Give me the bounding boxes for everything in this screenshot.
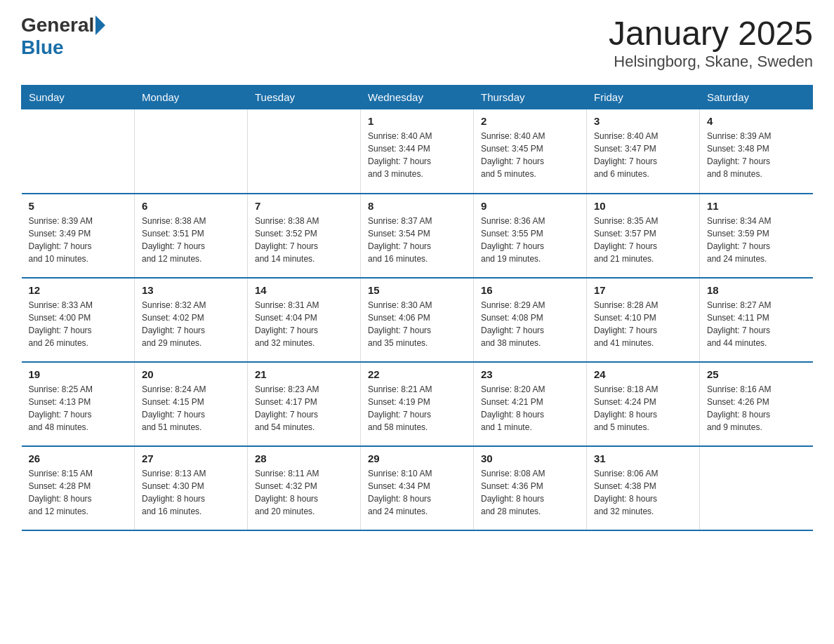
calendar-cell: 23Sunrise: 8:20 AMSunset: 4:21 PMDayligh… <box>474 362 587 446</box>
calendar-cell: 2Sunrise: 8:40 AMSunset: 3:45 PMDaylight… <box>474 109 587 194</box>
day-info: Sunrise: 8:25 AMSunset: 4:13 PMDaylight:… <box>29 383 128 434</box>
calendar-table: SundayMondayTuesdayWednesdayThursdayFrid… <box>21 85 813 531</box>
title-block: January 2025 Helsingborg, Skane, Sweden <box>609 14 813 71</box>
day-number: 14 <box>255 284 353 296</box>
day-info: Sunrise: 8:23 AMSunset: 4:17 PMDaylight:… <box>255 383 353 434</box>
day-info: Sunrise: 8:31 AMSunset: 4:04 PMDaylight:… <box>255 299 353 349</box>
calendar-cell: 6Sunrise: 8:38 AMSunset: 3:51 PMDaylight… <box>135 194 248 278</box>
calendar-cell: 21Sunrise: 8:23 AMSunset: 4:17 PMDayligh… <box>248 362 361 446</box>
calendar-cell: 19Sunrise: 8:25 AMSunset: 4:13 PMDayligh… <box>22 362 135 446</box>
day-info: Sunrise: 8:20 AMSunset: 4:21 PMDaylight:… <box>481 383 579 434</box>
weekday-header-saturday: Saturday <box>700 86 813 109</box>
day-number: 7 <box>255 200 353 212</box>
weekday-header-monday: Monday <box>135 86 248 109</box>
day-number: 3 <box>594 115 692 127</box>
calendar-cell: 12Sunrise: 8:33 AMSunset: 4:00 PMDayligh… <box>22 278 135 362</box>
day-number: 4 <box>707 115 806 127</box>
calendar-cell: 26Sunrise: 8:15 AMSunset: 4:28 PMDayligh… <box>22 446 135 530</box>
day-number: 23 <box>481 368 579 380</box>
calendar-cell: 13Sunrise: 8:32 AMSunset: 4:02 PMDayligh… <box>135 278 248 362</box>
day-number: 30 <box>481 452 579 464</box>
calendar-cell: 3Sunrise: 8:40 AMSunset: 3:47 PMDaylight… <box>587 109 700 194</box>
day-number: 22 <box>368 368 466 380</box>
day-number: 8 <box>368 200 466 212</box>
calendar-cell: 4Sunrise: 8:39 AMSunset: 3:48 PMDaylight… <box>700 109 813 194</box>
day-info: Sunrise: 8:15 AMSunset: 4:28 PMDaylight:… <box>29 467 128 518</box>
day-info: Sunrise: 8:18 AMSunset: 4:24 PMDaylight:… <box>594 383 692 434</box>
day-info: Sunrise: 8:39 AMSunset: 3:49 PMDaylight:… <box>29 215 128 265</box>
calendar-cell: 1Sunrise: 8:40 AMSunset: 3:44 PMDaylight… <box>361 109 474 194</box>
calendar-week-1: 1Sunrise: 8:40 AMSunset: 3:44 PMDaylight… <box>22 109 813 194</box>
calendar-body: 1Sunrise: 8:40 AMSunset: 3:44 PMDaylight… <box>22 109 813 530</box>
day-number: 12 <box>29 284 128 296</box>
day-info: Sunrise: 8:10 AMSunset: 4:34 PMDaylight:… <box>368 467 466 518</box>
logo-general-text: General <box>21 14 94 36</box>
day-info: Sunrise: 8:08 AMSunset: 4:36 PMDaylight:… <box>481 467 579 518</box>
day-number: 2 <box>481 115 579 127</box>
calendar-cell: 20Sunrise: 8:24 AMSunset: 4:15 PMDayligh… <box>135 362 248 446</box>
day-info: Sunrise: 8:28 AMSunset: 4:10 PMDaylight:… <box>594 299 692 349</box>
day-info: Sunrise: 8:32 AMSunset: 4:02 PMDaylight:… <box>142 299 240 349</box>
day-info: Sunrise: 8:37 AMSunset: 3:54 PMDaylight:… <box>368 215 466 265</box>
weekday-header-thursday: Thursday <box>474 86 587 109</box>
weekday-header-tuesday: Tuesday <box>248 86 361 109</box>
day-number: 5 <box>29 200 128 212</box>
calendar-cell <box>248 109 361 194</box>
day-number: 31 <box>594 452 692 464</box>
calendar-cell: 14Sunrise: 8:31 AMSunset: 4:04 PMDayligh… <box>248 278 361 362</box>
day-info: Sunrise: 8:06 AMSunset: 4:38 PMDaylight:… <box>594 467 692 518</box>
day-info: Sunrise: 8:30 AMSunset: 4:06 PMDaylight:… <box>368 299 466 349</box>
calendar-cell: 25Sunrise: 8:16 AMSunset: 4:26 PMDayligh… <box>700 362 813 446</box>
day-number: 13 <box>142 284 240 296</box>
calendar-cell <box>700 446 813 530</box>
day-number: 9 <box>481 200 579 212</box>
calendar-cell: 17Sunrise: 8:28 AMSunset: 4:10 PMDayligh… <box>587 278 700 362</box>
calendar-cell: 16Sunrise: 8:29 AMSunset: 4:08 PMDayligh… <box>474 278 587 362</box>
day-number: 20 <box>142 368 240 380</box>
day-number: 11 <box>707 200 806 212</box>
calendar-cell: 18Sunrise: 8:27 AMSunset: 4:11 PMDayligh… <box>700 278 813 362</box>
calendar-week-5: 26Sunrise: 8:15 AMSunset: 4:28 PMDayligh… <box>22 446 813 530</box>
day-info: Sunrise: 8:27 AMSunset: 4:11 PMDaylight:… <box>707 299 806 349</box>
calendar-cell: 29Sunrise: 8:10 AMSunset: 4:34 PMDayligh… <box>361 446 474 530</box>
calendar-cell: 15Sunrise: 8:30 AMSunset: 4:06 PMDayligh… <box>361 278 474 362</box>
calendar-cell <box>135 109 248 194</box>
logo-arrow-icon <box>95 15 105 35</box>
day-number: 29 <box>368 452 466 464</box>
calendar-cell: 5Sunrise: 8:39 AMSunset: 3:49 PMDaylight… <box>22 194 135 278</box>
day-number: 24 <box>594 368 692 380</box>
day-number: 26 <box>29 452 128 464</box>
weekday-header-row: SundayMondayTuesdayWednesdayThursdayFrid… <box>22 86 813 109</box>
day-info: Sunrise: 8:33 AMSunset: 4:00 PMDaylight:… <box>29 299 128 349</box>
day-number: 6 <box>142 200 240 212</box>
calendar-header: SundayMondayTuesdayWednesdayThursdayFrid… <box>22 86 813 109</box>
day-number: 21 <box>255 368 353 380</box>
calendar-cell: 8Sunrise: 8:37 AMSunset: 3:54 PMDaylight… <box>361 194 474 278</box>
weekday-header-sunday: Sunday <box>22 86 135 109</box>
calendar-week-4: 19Sunrise: 8:25 AMSunset: 4:13 PMDayligh… <box>22 362 813 446</box>
calendar-week-3: 12Sunrise: 8:33 AMSunset: 4:00 PMDayligh… <box>22 278 813 362</box>
page-header: General Blue January 2025 Helsingborg, S… <box>21 14 813 71</box>
logo-text: General <box>21 14 107 36</box>
day-info: Sunrise: 8:35 AMSunset: 3:57 PMDaylight:… <box>594 215 692 265</box>
calendar-cell: 31Sunrise: 8:06 AMSunset: 4:38 PMDayligh… <box>587 446 700 530</box>
day-number: 19 <box>29 368 128 380</box>
day-number: 1 <box>368 115 466 127</box>
day-info: Sunrise: 8:11 AMSunset: 4:32 PMDaylight:… <box>255 467 353 518</box>
day-number: 16 <box>481 284 579 296</box>
day-number: 15 <box>368 284 466 296</box>
day-info: Sunrise: 8:13 AMSunset: 4:30 PMDaylight:… <box>142 467 240 518</box>
calendar-cell: 9Sunrise: 8:36 AMSunset: 3:55 PMDaylight… <box>474 194 587 278</box>
calendar-cell: 7Sunrise: 8:38 AMSunset: 3:52 PMDaylight… <box>248 194 361 278</box>
day-number: 28 <box>255 452 353 464</box>
day-number: 25 <box>707 368 806 380</box>
day-number: 18 <box>707 284 806 296</box>
logo-blue-text: Blue <box>21 36 64 59</box>
day-info: Sunrise: 8:38 AMSunset: 3:51 PMDaylight:… <box>142 215 240 265</box>
logo: General Blue <box>21 14 107 59</box>
day-info: Sunrise: 8:29 AMSunset: 4:08 PMDaylight:… <box>481 299 579 349</box>
calendar-cell: 30Sunrise: 8:08 AMSunset: 4:36 PMDayligh… <box>474 446 587 530</box>
day-info: Sunrise: 8:40 AMSunset: 3:45 PMDaylight:… <box>481 130 579 180</box>
calendar-week-2: 5Sunrise: 8:39 AMSunset: 3:49 PMDaylight… <box>22 194 813 278</box>
calendar-cell: 11Sunrise: 8:34 AMSunset: 3:59 PMDayligh… <box>700 194 813 278</box>
